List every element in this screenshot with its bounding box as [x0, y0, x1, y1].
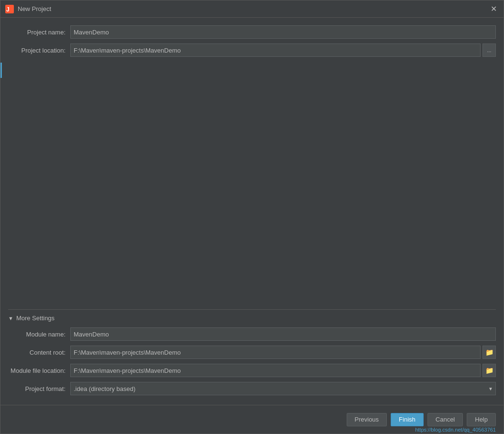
module-file-location-browse-button[interactable]: 📁 [482, 364, 496, 377]
module-file-location-row: Module file location: 📁 [8, 364, 496, 377]
svg-text:J: J [6, 6, 10, 13]
content-root-browse-button[interactable]: 📁 [482, 346, 496, 359]
project-format-label: Project format: [8, 385, 70, 392]
module-name-input[interactable] [70, 327, 496, 341]
new-project-dialog: J New Project ✕ Project name: Project lo… [0, 0, 504, 434]
project-format-row: Project format: .idea (directory based) … [8, 382, 496, 395]
project-location-browse-button[interactable]: ... [482, 43, 496, 57]
app-icon: J [5, 5, 14, 13]
browse-icon: ... [487, 47, 491, 53]
project-name-input[interactable] [70, 25, 496, 39]
module-name-row: Module name: [8, 327, 496, 341]
more-settings-section: ▼ More Settings Module name: Content roo… [8, 309, 496, 405]
project-location-label: Project location: [8, 47, 70, 54]
module-name-label: Module name: [8, 331, 70, 338]
cancel-button[interactable]: Cancel [427, 413, 463, 426]
title-bar: J New Project ✕ [0, 0, 504, 18]
module-file-location-input-group: 📁 [70, 364, 496, 377]
project-format-select[interactable]: .idea (directory based) [70, 382, 496, 395]
project-name-label: Project name: [8, 29, 70, 36]
accent-bar [0, 63, 2, 78]
content-root-input-group: 📁 [70, 346, 496, 359]
project-format-dropdown-wrapper: .idea (directory based) ▼ [70, 382, 496, 395]
help-button[interactable]: Help [467, 413, 496, 426]
close-button[interactable]: ✕ [488, 4, 499, 14]
dialog-body: Project name: Project location: ... ▼ Mo… [0, 18, 504, 405]
finish-button[interactable]: Finish [391, 413, 424, 426]
dialog-title: New Project [18, 5, 51, 12]
folder-icon-2: 📁 [485, 367, 493, 374]
content-root-row: Content root: 📁 [8, 346, 496, 359]
previous-button[interactable]: Previous [347, 413, 387, 426]
project-location-input-group: ... [70, 43, 496, 57]
project-location-row: Project location: ... [8, 43, 496, 57]
collapse-arrow-icon: ▼ [8, 315, 13, 321]
content-root-label: Content root: [8, 349, 70, 356]
footer-link[interactable]: https://blog.csdn.net/qq_40563761 [415, 427, 496, 433]
module-file-location-input[interactable] [70, 364, 481, 377]
body-spacer [8, 62, 496, 309]
title-bar-left: J New Project [5, 5, 51, 13]
more-settings-header[interactable]: ▼ More Settings [8, 315, 496, 322]
content-root-input[interactable] [70, 346, 481, 359]
module-file-location-label: Module file location: [8, 367, 70, 374]
folder-icon: 📁 [485, 348, 493, 356]
project-location-input[interactable] [70, 43, 481, 57]
more-settings-label: More Settings [16, 315, 55, 322]
dialog-footer: Previous Finish Cancel Help https://blog… [0, 405, 504, 434]
project-name-row: Project name: [8, 25, 496, 39]
